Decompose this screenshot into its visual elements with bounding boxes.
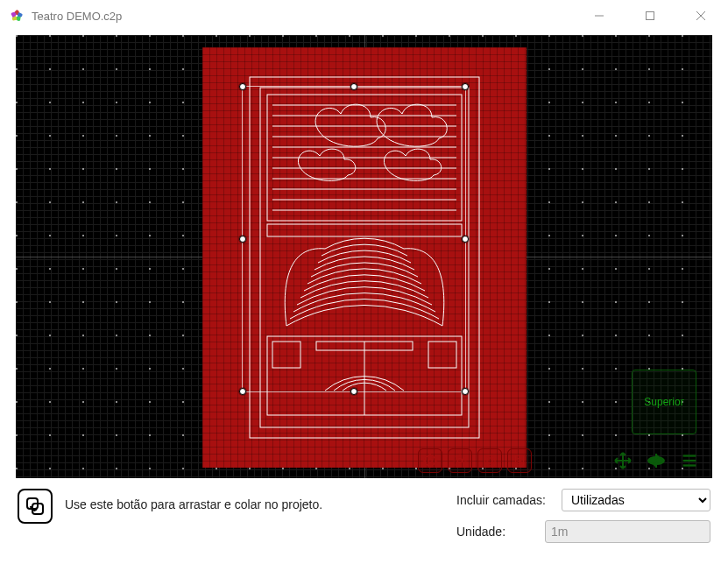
unit-label: Unidade: — [456, 525, 545, 539]
svg-rect-24 — [487, 458, 495, 466]
minimize-button[interactable] — [574, 0, 625, 32]
unit-field — [545, 520, 710, 543]
svg-rect-17 — [272, 342, 300, 368]
view-cube-label: Superior — [644, 396, 683, 408]
close-button[interactable] — [675, 0, 726, 32]
svg-rect-0 — [647, 12, 654, 20]
copy-icon[interactable] — [477, 448, 502, 473]
layers-label: Incluir camadas: — [456, 493, 562, 507]
footer-hint: Use este botão para arrastar e colar no … — [65, 489, 456, 511]
drawing-page[interactable] — [202, 47, 527, 468]
orbit-icon[interactable] — [644, 448, 668, 473]
drag-paste-button[interactable] — [18, 489, 53, 524]
gear-icon[interactable] — [448, 448, 472, 473]
clipboard-icon[interactable] — [507, 448, 532, 473]
page-toolbar — [418, 448, 532, 473]
svg-rect-15 — [267, 224, 462, 236]
svg-point-21 — [425, 455, 435, 466]
window-title: Teatro DEMO.c2p — [32, 10, 122, 23]
svg-point-22 — [428, 459, 433, 463]
view-cube[interactable]: Superior — [632, 370, 696, 434]
plan-drawing — [246, 74, 483, 441]
window-titlebar: Teatro DEMO.c2p — [0, 0, 728, 32]
window-buttons — [574, 0, 726, 32]
layers-select[interactable]: Utilizadas — [562, 489, 710, 511]
svg-rect-18 — [428, 342, 456, 368]
canvas-viewport[interactable]: Superior — [16, 35, 712, 478]
move-icon[interactable] — [611, 448, 635, 473]
footer-panel: Use este botão para arrastar e colar no … — [0, 478, 728, 552]
app-icon — [9, 8, 25, 24]
view-toolbar — [611, 448, 702, 473]
menu-icon[interactable] — [677, 448, 702, 473]
svg-point-23 — [457, 458, 462, 462]
svg-rect-25 — [484, 455, 492, 463]
maximize-button[interactable] — [625, 0, 675, 32]
footer-form: Incluir camadas: Utilizadas Unidade: — [456, 489, 710, 552]
target-icon[interactable] — [418, 448, 442, 473]
